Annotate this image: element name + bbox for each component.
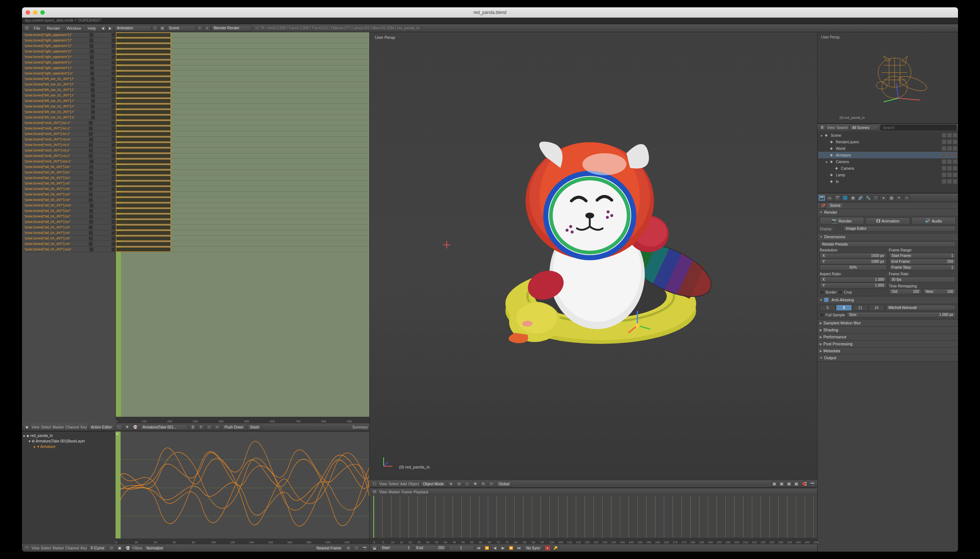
select-icon[interactable] <box>947 140 952 144</box>
panel-header[interactable]: Dimensions <box>817 233 958 240</box>
aa-filter-dropdown[interactable]: Mitchell-Netravali <box>886 305 956 311</box>
select-icon[interactable] <box>947 179 952 184</box>
res-y-field[interactable]: Y:1080 px <box>820 259 887 265</box>
channel-row[interactable]: "pose.bones["tail_04_JNT"].loc" <box>22 219 116 225</box>
menu-select[interactable]: Select <box>41 425 51 429</box>
only-selected-icon[interactable]: ▣ <box>116 545 123 551</box>
channel-row[interactable]: "pose.bones["right_upperarm"].r" <box>22 54 116 60</box>
channel-row[interactable]: "pose.bones["tail_04_JNT"].loc" <box>22 214 116 219</box>
push-down-button[interactable]: Push Down <box>222 424 246 430</box>
lock-icon[interactable] <box>111 215 116 218</box>
graph-canvas[interactable]: 0 020406080100120140160180200220240 <box>116 432 369 544</box>
menu-view[interactable]: View <box>32 546 40 550</box>
tab-modifiers[interactable]: 🔧 <box>864 195 872 201</box>
mute-icon[interactable] <box>89 237 93 240</box>
keyframe-track[interactable] <box>116 98 369 104</box>
proportional-icon[interactable]: ○ <box>353 545 360 551</box>
keyframe-track[interactable] <box>116 82 369 87</box>
keyframe-track[interactable] <box>116 197 369 203</box>
mute-icon[interactable] <box>90 38 93 43</box>
lock-icon[interactable] <box>111 159 116 164</box>
breadcrumb-scene[interactable]: Scene <box>828 203 842 208</box>
menu-search[interactable]: Search <box>837 126 848 130</box>
lock-icon[interactable] <box>111 242 116 246</box>
aa-sample-button[interactable]: 16 <box>869 304 884 311</box>
lock-icon[interactable] <box>111 165 116 169</box>
layout-add-icon[interactable]: + <box>152 25 158 31</box>
tab-object[interactable]: ▣ <box>849 195 856 201</box>
display-mode-dropdown[interactable]: All Scenes <box>849 125 879 131</box>
keyframe-track[interactable] <box>116 126 369 131</box>
panel-header[interactable]: Post Processing <box>817 341 958 347</box>
mute-icon[interactable] <box>89 154 93 158</box>
full-sample-checkbox[interactable]: Full Sample <box>820 313 845 317</box>
channel-row[interactable]: "pose.bones["left_ear_01_JNT"].l" <box>22 82 116 87</box>
lock-icon[interactable] <box>111 93 116 98</box>
channel-row[interactable]: "pose.bones["left_ear_01_JNT"].r" <box>22 104 116 109</box>
keyframe-track[interactable] <box>116 76 369 82</box>
menu-select[interactable]: Select <box>41 546 51 550</box>
lock-icon[interactable] <box>111 71 116 76</box>
keyframe-track[interactable] <box>116 241 369 247</box>
channel-row[interactable]: "pose.bones["tail_09_JNT"].rot" <box>22 197 116 203</box>
keyframe-track[interactable] <box>116 247 369 252</box>
lock-icon[interactable] <box>111 198 116 202</box>
keyframe-track[interactable] <box>116 236 369 241</box>
channel-row[interactable]: "pose.bones["right_upperarm"].r" <box>22 49 116 54</box>
channel-row[interactable]: "pose.bones["tail_04_JNT"].sca" <box>22 247 116 252</box>
channel-row[interactable]: "pose.bones["tail_09_JNT"].loc" <box>22 170 116 175</box>
lock-icon[interactable] <box>111 55 116 59</box>
mute-icon[interactable] <box>89 132 93 136</box>
outliner-item[interactable]: ◈lo <box>818 178 957 185</box>
mute-icon[interactable] <box>89 242 93 246</box>
keyframe-track[interactable] <box>116 131 369 137</box>
lock-icon[interactable] <box>111 209 116 213</box>
lock-icon[interactable] <box>111 121 116 125</box>
lock-icon[interactable] <box>111 88 116 92</box>
timeline-canvas[interactable]: 0510152025303540455055606570758085909510… <box>370 496 817 544</box>
graph-mode-dropdown[interactable]: F-Curve <box>88 545 107 551</box>
channel-row[interactable]: "pose.bones["right_upperarm"].l" <box>22 38 116 43</box>
remap-old-field[interactable]: Old:100 <box>889 289 922 295</box>
panel-header[interactable]: Shading <box>817 327 958 333</box>
menu-view[interactable]: View <box>379 490 387 494</box>
keyframe-track[interactable] <box>116 43 369 49</box>
lock-icon[interactable] <box>111 66 116 70</box>
aa-sample-button[interactable]: 8 <box>836 304 852 311</box>
menu-help[interactable]: Help <box>85 25 99 31</box>
mute-icon[interactable] <box>90 66 94 70</box>
channel-row[interactable]: "pose.bones["neck_JNT"].loc.z" <box>22 131 116 137</box>
engine-dropdown[interactable]: Blender Render <box>211 25 252 31</box>
outliner-item[interactable]: ◈RenderLayers <box>818 139 957 145</box>
render-button[interactable]: 📷 Render <box>820 217 864 225</box>
keyframe-track[interactable] <box>116 164 369 170</box>
keyframe-track[interactable] <box>116 32 369 38</box>
jump-start-icon[interactable]: ⏮ <box>475 545 482 551</box>
channel-row[interactable]: "pose.bones["tail_09_JNT"].sca" <box>22 203 116 208</box>
lock-icon[interactable] <box>111 170 116 174</box>
select-icon[interactable] <box>947 166 952 170</box>
mute-icon[interactable] <box>91 99 95 103</box>
lock-icon[interactable] <box>111 192 116 197</box>
keyframe-track[interactable] <box>116 60 369 65</box>
pin-icon[interactable]: 📌 <box>820 203 826 208</box>
menu-channel[interactable]: Channel <box>65 546 79 550</box>
editor-type-icon[interactable]: ≣ <box>819 125 826 131</box>
tab-world[interactable]: 🌐 <box>841 195 849 201</box>
mute-icon[interactable] <box>91 93 95 98</box>
res-x-field[interactable]: X:1920 px <box>820 253 887 259</box>
lock-icon[interactable] <box>111 83 116 86</box>
lock-icon[interactable] <box>111 203 116 207</box>
keyframe-track[interactable] <box>116 148 369 153</box>
keyframe-track[interactable] <box>116 137 369 142</box>
menu-channel[interactable]: Channel <box>65 425 79 429</box>
range-icon[interactable]: ⬓ <box>371 545 378 551</box>
scene-delete-icon[interactable]: × <box>204 25 211 31</box>
outliner-item[interactable]: ◈World <box>818 145 957 152</box>
tab-render[interactable]: 📷 <box>818 195 826 201</box>
lock-icon[interactable] <box>111 237 116 240</box>
graph-channel-tree[interactable]: ▸ ◈ red_panda_lo ▾ ⚙ Armature|Take 001|B… <box>22 432 116 544</box>
lock-icon[interactable] <box>111 143 116 147</box>
keyframe-track[interactable] <box>116 208 369 214</box>
start-frame-field[interactable]: Start Frame:1 <box>889 253 956 259</box>
